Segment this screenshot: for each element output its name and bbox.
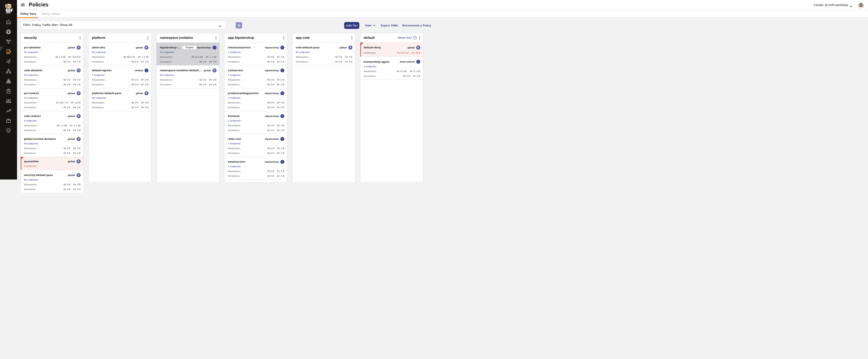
svg-text:ns: ns <box>214 48 215 49</box>
svg-text:ns: ns <box>282 94 283 95</box>
svg-text:ns: ns <box>282 117 283 118</box>
svg-text:ns: ns <box>418 62 418 63</box>
svg-text:ns: ns <box>146 71 147 72</box>
svg-text:ns: ns <box>282 140 283 140</box>
svg-text:ns: ns <box>282 48 283 49</box>
svg-text:ns: ns <box>282 163 283 163</box>
svg-text:?: ? <box>414 36 416 39</box>
svg-text:ns: ns <box>282 71 283 72</box>
